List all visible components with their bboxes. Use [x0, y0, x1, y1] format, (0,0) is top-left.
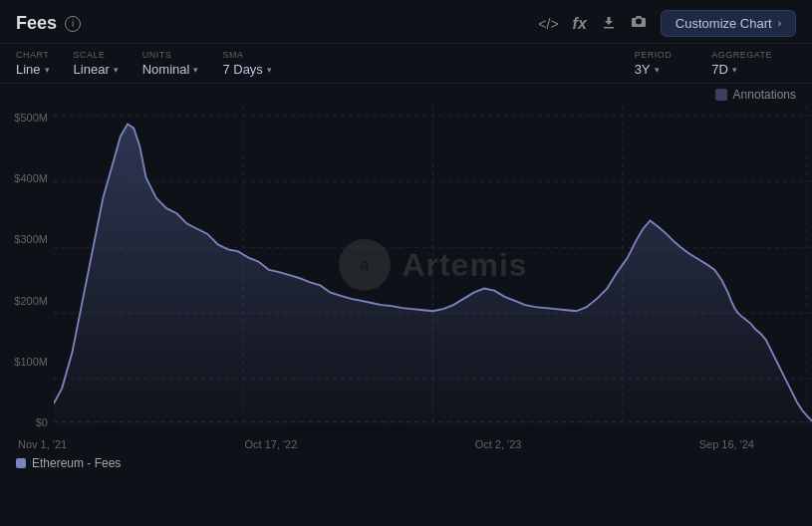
- annotations-checkbox[interactable]: [715, 89, 727, 101]
- legend-label: Ethereum - Fees: [32, 456, 121, 470]
- chart-label: CHART: [16, 50, 50, 60]
- period-aggregate-group: PERIOD 3Y ▾ AGGREGATE 7D ▾: [635, 50, 796, 77]
- period-label: PERIOD: [635, 50, 673, 60]
- controls-bar: CHART Line ▾ SCALE Linear ▾ UNITS Nomina…: [0, 44, 812, 84]
- units-label: UNITS: [142, 50, 199, 60]
- aggregate-label: AGGREGATE: [711, 50, 772, 60]
- aggregate-select[interactable]: 7D ▾: [711, 62, 772, 77]
- aggregate-control: AGGREGATE 7D ▾: [711, 50, 772, 77]
- period-arrow: ▾: [655, 65, 660, 75]
- header-left: Fees i: [16, 13, 81, 34]
- period-select[interactable]: 3Y ▾: [635, 62, 673, 77]
- sma-select[interactable]: 7 Days ▾: [222, 62, 271, 77]
- legend: Ethereum - Fees: [0, 452, 812, 474]
- sma-control: SMA 7 Days ▾: [222, 50, 271, 77]
- units-value: Nominal: [142, 62, 190, 77]
- scale-label: SCALE: [74, 50, 119, 60]
- sma-arrow: ▾: [267, 65, 272, 75]
- scale-value: Linear: [74, 62, 110, 77]
- x-axis: Nov 1, '21 Oct 17, '22 Oct 2, '23 Sep 16…: [0, 434, 812, 452]
- y-label-0: $0: [8, 416, 48, 428]
- customize-label: Customize Chart: [676, 16, 772, 31]
- chevron-icon: ›: [778, 18, 781, 29]
- chart-select[interactable]: Line ▾: [16, 62, 50, 77]
- period-control: PERIOD 3Y ▾: [635, 50, 673, 77]
- chart-control: CHART Line ▾: [16, 50, 50, 77]
- chart-arrow: ▾: [45, 65, 50, 75]
- x-label-3: Oct 2, '23: [475, 438, 522, 450]
- scale-arrow: ▾: [114, 65, 119, 75]
- annotations-row: Annotations: [0, 84, 812, 106]
- sma-label: SMA: [222, 50, 271, 60]
- fx-icon[interactable]: fx: [573, 15, 587, 33]
- annotations-label: Annotations: [733, 88, 796, 102]
- units-control: UNITS Nominal ▾: [142, 50, 199, 77]
- download-icon[interactable]: [601, 14, 617, 33]
- info-icon[interactable]: i: [65, 16, 81, 32]
- x-label-1: Nov 1, '21: [18, 438, 67, 450]
- page-title: Fees: [16, 13, 57, 34]
- chart-container: .grid-line { stroke: #1e2535; stroke-wid…: [54, 106, 812, 434]
- units-arrow: ▾: [193, 65, 198, 75]
- y-label-500: $500M: [8, 112, 48, 124]
- y-label-200: $200M: [8, 295, 48, 307]
- chart-svg: .grid-line { stroke: #1e2535; stroke-wid…: [54, 106, 812, 434]
- legend-color-dot: [16, 458, 26, 468]
- y-label-400: $400M: [8, 172, 48, 184]
- y-axis: $500M $400M $300M $200M $100M $0: [0, 106, 54, 434]
- header-actions: </> fx Customize Chart ›: [538, 10, 796, 37]
- aggregate-value: 7D: [711, 62, 728, 77]
- units-select[interactable]: Nominal ▾: [142, 62, 199, 77]
- customize-chart-button[interactable]: Customize Chart ›: [661, 10, 796, 37]
- aggregate-arrow: ▾: [732, 65, 737, 75]
- scale-control: SCALE Linear ▾: [74, 50, 119, 77]
- period-value: 3Y: [635, 62, 651, 77]
- x-label-2: Oct 17, '22: [244, 438, 297, 450]
- chart-value: Line: [16, 62, 41, 77]
- y-label-100: $100M: [8, 356, 48, 368]
- camera-icon[interactable]: [631, 14, 647, 33]
- header: Fees i </> fx Customize Chart ›: [0, 0, 812, 44]
- sma-value: 7 Days: [222, 62, 262, 77]
- x-label-4: Sep 16, '24: [699, 438, 754, 450]
- code-icon[interactable]: </>: [538, 16, 558, 32]
- y-label-300: $300M: [8, 233, 48, 245]
- scale-select[interactable]: Linear ▾: [74, 62, 119, 77]
